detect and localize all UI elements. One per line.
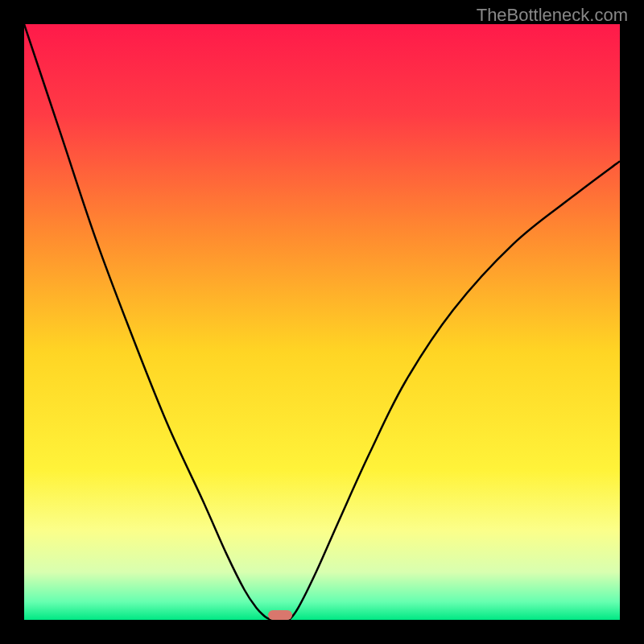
plot-area [24, 24, 620, 620]
watermark-text: TheBottleneck.com [477, 5, 628, 26]
curves-layer [24, 24, 620, 620]
right-branch-curve [289, 161, 620, 620]
minimum-marker [268, 610, 292, 620]
left-branch-curve [24, 24, 271, 620]
